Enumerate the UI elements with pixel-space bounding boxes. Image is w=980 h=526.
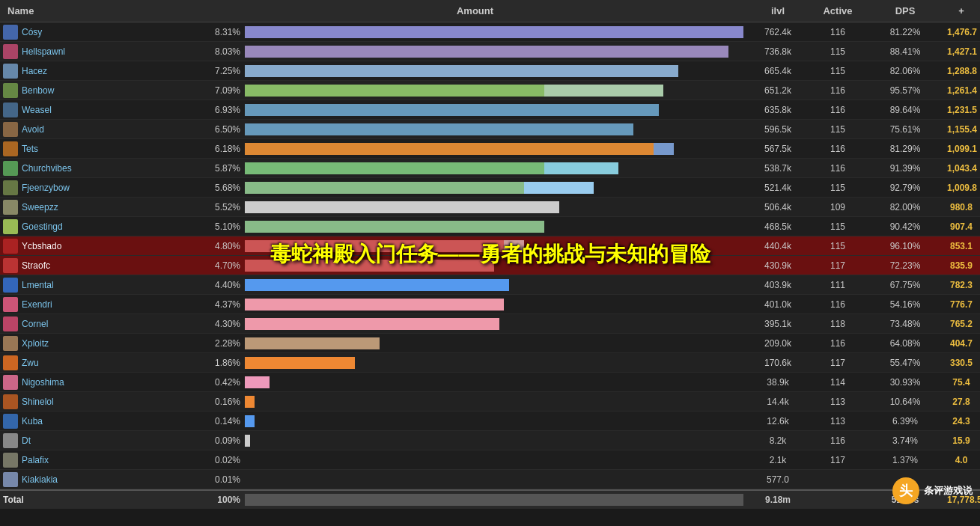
player-name-cell: Cornel: [0, 315, 202, 333]
table-header: Name Amount ilvl Active DPS +: [0, 0, 980, 22]
player-pct: 6.93%: [207, 105, 240, 115]
amount-container: 0.02%: [202, 454, 748, 466]
amount-container: 4.30%: [202, 318, 748, 330]
player-avatar: [3, 258, 18, 273]
svg-rect-8: [4, 182, 16, 194]
player-ilvl: 109: [808, 201, 868, 214]
player-pct: 4.80%: [207, 241, 240, 251]
total-label: Total: [0, 493, 202, 507]
amount-container: 8.03%: [202, 46, 748, 58]
player-name[interactable]: Kiakiakia: [22, 474, 58, 485]
svg-rect-11: [4, 240, 16, 252]
player-name[interactable]: Zwu: [22, 358, 39, 368]
player-dps: 75.4: [943, 376, 980, 389]
player-name[interactable]: Exendri: [22, 299, 52, 310]
player-name-cell: Nigoshima: [0, 373, 202, 391]
player-name[interactable]: Goestingd: [22, 221, 63, 232]
header-plus[interactable]: +: [943, 3, 980, 19]
svg-rect-10: [4, 221, 16, 233]
player-name-cell: Fjeenzybow: [0, 179, 202, 197]
player-bar: [245, 143, 743, 155]
player-pct: 4.30%: [207, 319, 240, 329]
header-dps[interactable]: DPS: [868, 3, 943, 19]
player-name-cell: Exendri: [0, 296, 202, 314]
amount-container: 7.09%: [202, 85, 748, 97]
header-active[interactable]: Active: [808, 3, 868, 19]
amount-container: 4.40%: [202, 279, 748, 291]
total-ilvl: [808, 498, 868, 501]
header-amount[interactable]: Amount: [202, 3, 748, 19]
player-name[interactable]: Dt: [22, 435, 31, 446]
header-ilvl[interactable]: ilvl: [748, 3, 808, 19]
player-value: 209.0k: [748, 337, 808, 350]
player-dps: 404.7: [943, 337, 980, 350]
player-dps: 1,261.4: [943, 84, 980, 97]
player-name[interactable]: Xploitz: [22, 338, 49, 349]
player-name-cell: Benbow: [0, 82, 202, 100]
table-row: Cósy 8.31% 762.4k 116 81.22% 1,476.7: [0, 22, 980, 42]
player-dps: 835.9: [943, 259, 980, 272]
player-dps: 765.2: [943, 317, 980, 331]
player-bar: [245, 201, 743, 213]
player-name[interactable]: Hellspawnl: [22, 46, 65, 57]
player-bar: [245, 474, 743, 486]
player-value: 170.6k: [748, 356, 808, 370]
table-row: Kiakiakia 0.01% 577.0: [0, 470, 980, 489]
player-name[interactable]: Weasel: [22, 105, 52, 115]
player-active: 72.23%: [868, 259, 943, 272]
player-ilvl: 115: [808, 220, 868, 233]
player-name[interactable]: Avoid: [22, 124, 44, 135]
player-avatar: [3, 375, 18, 390]
player-active: 82.00%: [868, 201, 943, 214]
player-name[interactable]: Benbow: [22, 85, 54, 96]
player-name[interactable]: Tets: [22, 144, 38, 154]
player-dps: 1,155.4: [943, 123, 980, 136]
player-name[interactable]: Fjeenzybow: [22, 183, 70, 193]
player-name[interactable]: Churchvibes: [22, 163, 72, 174]
svg-rect-12: [4, 260, 16, 272]
svg-rect-2: [4, 65, 16, 77]
player-active: 55.47%: [868, 356, 943, 370]
player-name[interactable]: Lmental: [22, 280, 54, 290]
table-row: Goestingd 5.10% 468.5k 115 90.42% 907.4: [0, 217, 980, 236]
player-dps: 4.0: [943, 453, 980, 467]
table-row: Lmental 4.40% 403.9k 111 67.75% 782.3: [0, 275, 980, 295]
player-ilvl: 115: [808, 181, 868, 195]
player-name-cell: Dt: [0, 432, 202, 450]
amount-container: 4.70%: [202, 260, 748, 272]
player-name-cell: Xploitz: [0, 334, 202, 352]
amount-container: 5.68%: [202, 182, 748, 194]
player-pct: 4.70%: [207, 260, 240, 271]
player-name[interactable]: Straofc: [22, 260, 50, 271]
player-value: 38.9k: [748, 376, 808, 389]
player-dps: 24.3: [943, 415, 980, 428]
table-row: Fjeenzybow 5.68% 521.4k 115 92.79% 1,009…: [0, 178, 980, 198]
amount-container: 0.09%: [202, 435, 748, 447]
player-name[interactable]: Cornel: [22, 319, 48, 329]
table-row: Ycbshado 4.80% 440.4k 115 96.10% 853.1: [0, 236, 980, 256]
player-name[interactable]: Sweepzz: [22, 202, 58, 212]
player-name-cell: Kiakiakia: [0, 471, 202, 489]
player-name[interactable]: Nigoshima: [22, 377, 64, 388]
player-name-cell: Weasel: [0, 101, 202, 119]
player-name[interactable]: Hacez: [22, 66, 47, 76]
player-active: 54.16%: [868, 298, 943, 311]
player-name[interactable]: Ycbshado: [22, 241, 61, 251]
total-row: Total 100% 9.18m 516.3s 17,778.5: [0, 489, 980, 509]
player-name[interactable]: Shinelol: [22, 397, 54, 407]
table-row: Shinelol 0.16% 14.4k 113 10.64% 27.8: [0, 392, 980, 412]
amount-container: 0.14%: [202, 415, 748, 427]
table-row: Xploitz 2.28% 209.0k 116 64.08% 404.7: [0, 334, 980, 353]
table-row: Nigoshima 0.42% 38.9k 114 30.93% 75.4: [0, 373, 980, 392]
player-name[interactable]: Kuba: [22, 416, 43, 426]
player-bar: [245, 26, 743, 38]
player-avatar: [3, 161, 18, 176]
svg-rect-15: [4, 318, 16, 330]
player-active: 67.75%: [868, 278, 943, 292]
header-name[interactable]: Name: [0, 3, 202, 19]
player-bar: [245, 299, 743, 311]
player-value: 538.7k: [748, 162, 808, 175]
player-name[interactable]: Cósy: [22, 27, 42, 37]
watermark-text: 条评游戏说: [924, 484, 973, 498]
player-name[interactable]: Palafix: [22, 455, 49, 465]
